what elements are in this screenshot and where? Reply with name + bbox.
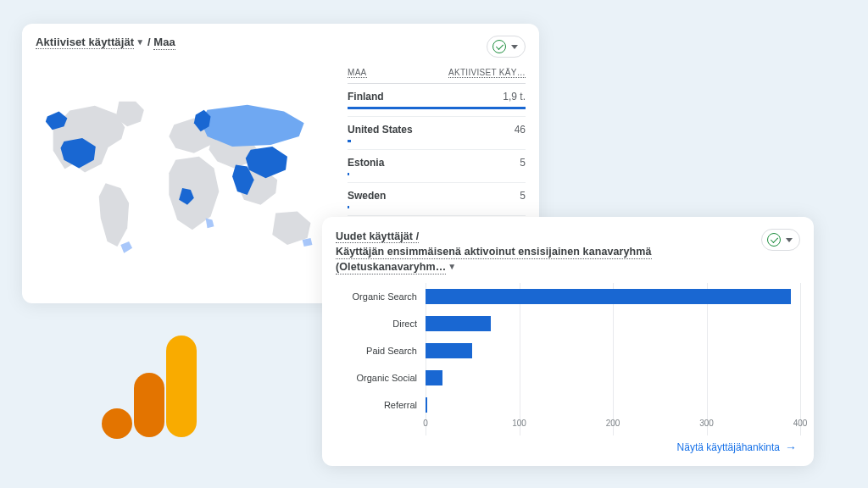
bar-fill (426, 316, 491, 331)
bar-area[interactable] (426, 342, 800, 359)
metric-label[interactable]: Uudet käyttäjät / (336, 230, 419, 243)
table-row[interactable]: Estonia5 (348, 150, 526, 183)
country-value: 5 (520, 157, 526, 169)
row-bar (348, 173, 349, 175)
bar-row: Organic Social (336, 367, 800, 389)
bar-fill (426, 397, 427, 413)
chevron-down-icon: ▼ (136, 37, 144, 47)
check-circle-icon (767, 233, 781, 247)
title-separator: / (144, 36, 153, 48)
table-row[interactable]: Sweden5 (348, 183, 526, 216)
bar-area[interactable] (426, 369, 800, 386)
channel-bar-chart: Organic SearchDirectPaid SearchOrganic S… (336, 283, 800, 435)
table-row[interactable]: United States46 (348, 117, 526, 150)
row-bar (348, 140, 351, 142)
dimension-selector[interactable]: Maa (153, 36, 175, 50)
country-value: 1,9 t. (503, 91, 526, 103)
bar-fill (426, 343, 472, 358)
card-header: Uudet käyttäjät / Käyttäjän ensimmäisenä… (336, 229, 800, 274)
axis-tick-label: 200 (606, 419, 620, 428)
axis-tick-label: 400 (793, 419, 808, 428)
world-map[interactable] (36, 64, 336, 285)
country-value: 5 (520, 190, 526, 202)
table-row[interactable]: Finland1,9 t. (348, 84, 526, 117)
gridline (800, 283, 801, 435)
country-value: 46 (515, 124, 526, 136)
country-name: Finland (348, 91, 384, 103)
arrow-right-icon: → (785, 441, 797, 454)
bar-row: Paid Search (336, 340, 800, 362)
bar-row: Referral (336, 394, 800, 416)
bar-label: Organic Social (336, 373, 426, 383)
dimension-selector[interactable]: Käyttäjän ensimmäisenä aktivoinut ensisi… (336, 246, 652, 274)
bar-label: Direct (336, 319, 426, 329)
google-analytics-logo-icon (102, 336, 212, 446)
bar-area[interactable] (426, 315, 800, 332)
bar-row: Organic Search (336, 286, 800, 308)
check-circle-icon (492, 40, 506, 53)
new-users-by-channel-card: Uudet käyttäjät / Käyttäjän ensimmäisenä… (322, 217, 814, 466)
metric-selector[interactable]: Aktiiviset käyttäjät (36, 36, 134, 49)
country-name: United States (348, 124, 413, 136)
card-status-menu[interactable] (487, 36, 526, 58)
card-title: Aktiiviset käyttäjät▼ / Maa (36, 36, 175, 48)
bar-row: Direct (336, 313, 800, 335)
bar-fill (426, 289, 791, 304)
axis-tick-label: 0 (423, 419, 428, 428)
row-bar (348, 206, 349, 208)
card-header: Aktiiviset käyttäjät▼ / Maa (36, 36, 526, 58)
world-map-svg (36, 92, 336, 258)
card-status-menu[interactable] (761, 229, 800, 251)
axis-tick-label: 300 (699, 419, 714, 428)
axis-tick-label: 100 (512, 419, 526, 428)
view-link-text: Näytä käyttäjähankinta (677, 441, 780, 453)
chevron-down-icon (511, 45, 518, 49)
country-name: Sweden (348, 190, 386, 202)
chevron-down-icon: ▼ (448, 261, 456, 274)
bar-fill (426, 370, 442, 385)
chevron-down-icon (786, 238, 793, 242)
row-bar (348, 107, 526, 109)
view-user-acquisition-link[interactable]: Näytä käyttäjähankinta → (677, 441, 797, 454)
table-head-country[interactable]: MAA (348, 68, 367, 78)
bar-label: Organic Search (336, 291, 426, 302)
bar-area[interactable] (426, 396, 800, 413)
bar-label: Paid Search (336, 346, 426, 356)
bar-label: Referral (336, 400, 426, 410)
card-title: Uudet käyttäjät / Käyttäjän ensimmäisenä… (336, 229, 726, 274)
bar-area[interactable] (426, 288, 800, 305)
country-name: Estonia (348, 157, 384, 169)
table-head-metric[interactable]: AKTIIVISET KÄY… (448, 68, 526, 78)
